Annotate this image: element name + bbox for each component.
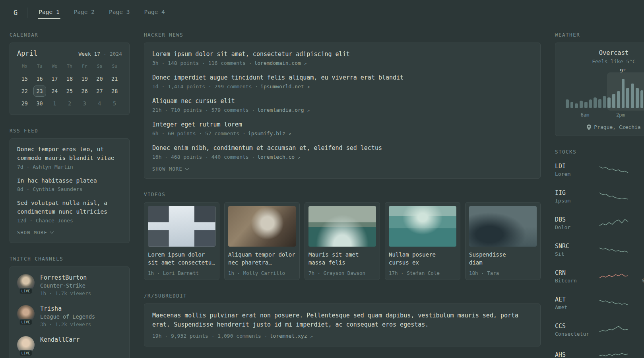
stocks-widget-title: STOCKS	[555, 149, 644, 155]
video-title[interactable]: Nullam posuere cursus ex	[389, 251, 456, 267]
chevron-down-icon	[185, 166, 189, 170]
stock-row[interactable]: LDI Lorem +4.35% $795.18	[555, 160, 644, 180]
calendar-dow-label: Th	[62, 62, 77, 73]
hn-domain-link[interactable]: ipsumify.biz ↗	[248, 130, 291, 136]
video-card[interactable]: Aliquam tempor dolor nec pharetra… 1h · …	[224, 202, 300, 280]
hn-show-more-label: SHOW MORE	[152, 166, 182, 172]
stock-name: Ipsum	[555, 198, 592, 204]
stock-row[interactable]: IIG Ipsum +2.84% $42.04	[555, 186, 644, 207]
video-thumbnail[interactable]	[148, 206, 215, 247]
hn-title-link[interactable]: Aliquam nec cursus elit	[152, 97, 532, 105]
nav-tab-page-1[interactable]: Page 1	[38, 6, 60, 19]
hn-title-link[interactable]: Lorem ipsum dolor sit amet, consectetur …	[152, 50, 532, 58]
rss-item-title-link[interactable]: In hac habitasse platea	[17, 177, 122, 185]
calendar-day: 24	[47, 85, 62, 97]
stock-name: Dolor	[555, 224, 592, 230]
stock-row[interactable]: CCS Consectetur +0.51% $165.84	[555, 319, 644, 340]
stock-row[interactable]: AET Amet +0.92% $499.72	[555, 293, 644, 313]
hn-domain-text: ipsumworld.net	[260, 84, 304, 90]
channel-avatar: LIVE	[17, 305, 35, 323]
nav-tab-page-3[interactable]: Page 3	[108, 6, 130, 19]
channel-name[interactable]: Trisha	[40, 305, 95, 312]
stock-row[interactable]: DBS Dolor +1.42% $156.28	[555, 213, 644, 233]
hn-domain-link[interactable]: loremdomain.com ↗	[254, 60, 306, 66]
calendar-week-label: Week 17 · 2024	[78, 51, 122, 57]
video-card[interactable]: Suspendisse diam 18h · Tara	[465, 202, 541, 280]
weather-widget: WEATHER Overcast Feels like 5°C 9° 6am2p…	[555, 32, 644, 136]
hn-domain-link[interactable]: loremlandia.org ↗	[257, 107, 310, 113]
stock-id: LDI Lorem	[555, 163, 592, 177]
video-card[interactable]: Mauris sit amet massa felis 7h · Grayson…	[305, 202, 380, 280]
external-link-icon: ↗	[307, 108, 310, 113]
weather-hour-bar	[598, 99, 601, 108]
location-pin-icon	[587, 125, 591, 130]
hn-show-more-button[interactable]: SHOW MORE	[152, 166, 532, 172]
stock-name: Amet	[555, 304, 592, 310]
nav-tab-page-4[interactable]: Page 4	[143, 6, 165, 19]
weather-hour-bar	[575, 103, 578, 108]
stock-id: AET Amet	[555, 296, 592, 310]
chevron-down-icon	[50, 230, 54, 234]
twitch-card: LIVE ForrestBurton Counter-Strike 1h · 1…	[10, 267, 130, 358]
video-thumbnail[interactable]	[308, 206, 376, 247]
channel-info: ForrestBurton Counter-Strike 1h · 1.7k v…	[40, 274, 91, 296]
video-thumbnail[interactable]	[389, 206, 456, 247]
stock-id: SNRC Sit	[555, 243, 592, 257]
weather-hourly-chart: 9°	[566, 77, 644, 108]
nav-tab-page-2[interactable]: Page 2	[73, 6, 95, 19]
rss-item-title-link[interactable]: Donec tempor eros leo, ut commodo mauris…	[17, 145, 122, 163]
video-title[interactable]: Mauris sit amet massa felis	[308, 251, 376, 267]
stock-symbol: CCS	[555, 323, 592, 330]
stock-change: +1.42%	[635, 216, 644, 223]
stock-row[interactable]: AHS +0.46%	[555, 346, 644, 358]
weather-hour-bar	[584, 102, 588, 108]
weather-hour-bar	[636, 88, 639, 108]
weather-hour-bar	[622, 79, 625, 108]
weather-widget-title: WEATHER	[555, 32, 644, 38]
hn-title-link[interactable]: Integer eget rutrum lorem	[152, 121, 532, 129]
calendar-dow-label: Sa	[92, 62, 107, 73]
video-thumbnail[interactable]	[228, 206, 296, 247]
stock-row[interactable]: CRN Bitcorn -1.00% $66,171.48	[555, 266, 644, 287]
hn-domain-link[interactable]: loremtech.co ↗	[257, 154, 300, 160]
stock-sparkline	[596, 164, 631, 176]
stock-sparkline	[596, 297, 631, 309]
hn-domain-link[interactable]: ipsumworld.net ↗	[260, 84, 310, 90]
twitch-channel[interactable]: LIVE Trisha League of Legends 3h · 1.2k …	[17, 305, 122, 327]
video-title[interactable]: Lorem ipsum dolor sit amet consectetu…	[148, 251, 215, 267]
stock-row[interactable]: SNRC Sit +1.36% $148.64	[555, 239, 644, 260]
video-title[interactable]: Suspendisse diam	[469, 251, 537, 267]
twitch-channel[interactable]: LIVE ForrestBurton Counter-Strike 1h · 1…	[17, 274, 122, 296]
subreddit-domain-link[interactable]: loremnet.xyz ↗	[270, 333, 313, 339]
twitch-channel[interactable]: LIVE KendallCarr	[17, 336, 122, 354]
rss-widget-title: RSS FEED	[10, 128, 130, 134]
weather-hour-bar	[617, 91, 620, 108]
calendar-dow-label: Tu	[32, 62, 47, 73]
rss-item-title-link[interactable]: Sed volutpat nulla nisl, a condimentum n…	[17, 199, 122, 216]
video-thumbnail[interactable]	[469, 206, 537, 247]
video-title[interactable]: Aliquam tempor dolor nec pharetra…	[228, 251, 296, 267]
hn-meta: 3h · 148 points · 116 comments · loremdo…	[152, 60, 532, 66]
calendar-card: April Week 17 · 2024 MoTuWeThFrSaSu 1516…	[10, 43, 130, 115]
calendar-day-selected: 23	[32, 85, 47, 97]
hn-title-link[interactable]: Donec enim nibh, condimentum et accumsan…	[152, 144, 532, 152]
rss-item: Sed volutpat nulla nisl, a condimentum n…	[17, 199, 122, 224]
video-meta: 1h · Lori Barnett	[148, 270, 215, 276]
hn-title-link[interactable]: Donec imperdiet augue tincidunt felis al…	[152, 74, 532, 82]
video-card[interactable]: Lorem ipsum dolor sit amet consectetu… 1…	[144, 202, 219, 280]
video-card[interactable]: Nullam posuere cursus ex 17h · Stefan Co…	[385, 202, 460, 280]
stock-symbol: AHS	[555, 351, 592, 358]
subreddit-post-link[interactable]: Maecenas mollis pulvinar erat non posuer…	[152, 311, 532, 330]
weather-hour-bar	[626, 88, 629, 108]
weather-hour-bar	[570, 102, 574, 108]
live-badge: LIVE	[19, 288, 33, 294]
calendar-day: 5	[107, 97, 122, 110]
live-badge: LIVE	[19, 319, 33, 325]
hackernews-widget-title: HACKER NEWS	[144, 32, 541, 38]
hn-item: Lorem ipsum dolor sit amet, consectetur …	[152, 50, 532, 66]
channel-name[interactable]: KendallCarr	[40, 336, 80, 343]
channel-name[interactable]: ForrestBurton	[40, 274, 91, 281]
app-logo[interactable]: G	[10, 9, 27, 17]
external-link-icon: ↗	[310, 334, 313, 339]
rss-show-more-button[interactable]: SHOW MORE	[17, 230, 122, 235]
